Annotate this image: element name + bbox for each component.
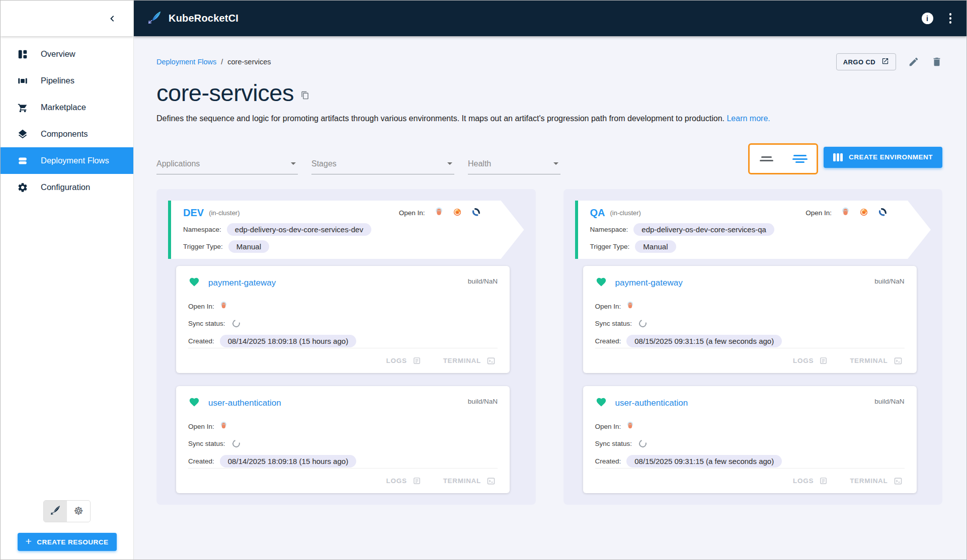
namespace-chip: edp-delivery-os-dev-core-services-dev bbox=[227, 223, 371, 236]
logs-button[interactable]: LOGS bbox=[386, 477, 421, 485]
logs-button[interactable]: LOGS bbox=[793, 477, 828, 485]
created-row: Created: 08/14/2025 18:09:18 (15 hours a… bbox=[188, 335, 498, 347]
sync-status-row: Sync status: bbox=[188, 318, 498, 328]
argocd-icon[interactable] bbox=[626, 301, 634, 312]
open-in-label: Open In: bbox=[188, 423, 214, 430]
sidebar-item-label: Marketplace bbox=[41, 103, 86, 112]
argocd-icon[interactable] bbox=[841, 207, 850, 219]
opensearch-icon[interactable] bbox=[471, 207, 481, 219]
page-title: core-services bbox=[156, 79, 294, 107]
environment-open-in: Open In: bbox=[399, 207, 481, 219]
page-description: Defines the sequence and logic for promo… bbox=[156, 114, 942, 123]
kuberocketci-mode-button[interactable] bbox=[44, 501, 67, 522]
kebab-menu-icon[interactable] bbox=[947, 11, 954, 26]
sidebar-item-label: Components bbox=[41, 129, 88, 139]
logs-label: LOGS bbox=[386, 357, 407, 364]
sidebar-item-deployment-flows[interactable]: Deployment Flows bbox=[1, 147, 133, 174]
terminal-button[interactable]: TERMINAL bbox=[443, 477, 496, 485]
kubernetes-icon: ☸ bbox=[73, 506, 84, 517]
grafana-icon[interactable] bbox=[859, 208, 868, 219]
logs-label: LOGS bbox=[386, 477, 407, 485]
stages-filter-label: Stages bbox=[311, 159, 337, 168]
learn-more-link[interactable]: Learn more. bbox=[727, 114, 770, 123]
applications-filter-select[interactable]: Applications bbox=[156, 159, 298, 174]
namespace-row: Namespace: edp-delivery-os-dev-core-serv… bbox=[183, 223, 481, 236]
breadcrumb-parent-link[interactable]: Deployment Flows bbox=[156, 58, 216, 66]
stages-filter-select[interactable]: Stages bbox=[311, 159, 454, 174]
grafana-icon[interactable] bbox=[453, 208, 462, 219]
pipelines-icon bbox=[17, 75, 29, 87]
application-name-link[interactable]: payment-gateway bbox=[615, 278, 683, 288]
brand: KubeRocketCI bbox=[147, 10, 238, 27]
create-resource-button[interactable]: + CREATE RESOURCE bbox=[18, 533, 117, 551]
terminal-button[interactable]: TERMINAL bbox=[850, 477, 902, 485]
ui-mode-toggle: ☸ bbox=[43, 500, 91, 522]
sync-status-label: Sync status: bbox=[188, 440, 225, 447]
created-chip: 08/14/2025 18:09:18 (15 hours ago) bbox=[220, 335, 356, 347]
sidebar-item-label: Pipelines bbox=[41, 76, 74, 85]
application-footer: LOGS TERMINAL bbox=[188, 468, 498, 493]
logs-button[interactable]: LOGS bbox=[386, 356, 421, 365]
chevron-down-icon bbox=[447, 162, 452, 165]
sidebar-item-pipelines[interactable]: Pipelines bbox=[1, 67, 133, 94]
cart-icon bbox=[17, 102, 29, 114]
health-heart-icon bbox=[595, 397, 607, 410]
trigger-type-label: Trigger Type: bbox=[590, 243, 630, 250]
sidebar-item-label: Overview bbox=[41, 49, 75, 59]
environment-header-card: DEV (in-cluster) Open In: Namespace: edp… bbox=[168, 201, 524, 259]
argocd-button[interactable]: ARGO CD bbox=[836, 53, 896, 70]
health-filter-label: Health bbox=[468, 159, 491, 168]
logs-label: LOGS bbox=[793, 477, 814, 485]
sidebar-item-marketplace[interactable]: Marketplace bbox=[1, 94, 133, 121]
trigger-type-chip: Manual bbox=[635, 240, 676, 253]
sidebar-item-configuration[interactable]: Configuration bbox=[1, 174, 133, 201]
application-name-link[interactable]: payment-gateway bbox=[208, 278, 276, 288]
environment-name-link[interactable]: DEV bbox=[183, 207, 204, 219]
logs-icon bbox=[819, 477, 828, 485]
sync-status-icon bbox=[637, 438, 648, 448]
delete-button[interactable] bbox=[931, 56, 942, 67]
namespace-chip: edp-delivery-os-dev-core-services-qa bbox=[633, 223, 774, 236]
edit-button[interactable] bbox=[908, 56, 919, 67]
info-icon[interactable]: i bbox=[922, 13, 933, 24]
terminal-button[interactable]: TERMINAL bbox=[443, 357, 496, 365]
opensearch-icon[interactable] bbox=[878, 207, 888, 219]
application-build: build/NaN bbox=[468, 397, 498, 405]
sidebar-nav: Overview Pipelines Marketplace Component… bbox=[1, 36, 133, 201]
health-heart-icon bbox=[595, 276, 607, 290]
created-label: Created: bbox=[188, 457, 214, 465]
deployment-flows-icon bbox=[17, 155, 29, 167]
logs-button[interactable]: LOGS bbox=[793, 356, 828, 365]
sync-status-row: Sync status: bbox=[188, 438, 498, 448]
argocd-button-label: ARGO CD bbox=[843, 58, 875, 66]
trigger-type-row: Trigger Type: Manual bbox=[183, 240, 481, 253]
trigger-type-chip: Manual bbox=[228, 240, 269, 253]
application-header: payment-gateway build/NaN bbox=[595, 276, 905, 290]
sidebar-item-components[interactable]: Components bbox=[1, 121, 133, 147]
detailed-view-button[interactable] bbox=[783, 145, 817, 173]
terminal-button[interactable]: TERMINAL bbox=[850, 357, 902, 365]
compact-view-button[interactable] bbox=[750, 145, 783, 173]
sidebar-item-overview[interactable]: Overview bbox=[1, 41, 133, 67]
environment-name-link[interactable]: QA bbox=[590, 207, 605, 219]
sidebar-collapse-icon[interactable] bbox=[107, 14, 117, 24]
sync-status-icon bbox=[231, 318, 241, 328]
trigger-type-row: Trigger Type: Manual bbox=[590, 240, 888, 253]
columns-icon bbox=[833, 153, 843, 161]
health-filter-select[interactable]: Health bbox=[468, 159, 560, 174]
detailed-view-icon bbox=[793, 155, 807, 156]
chevron-down-icon bbox=[553, 162, 558, 165]
created-label: Created: bbox=[595, 457, 621, 465]
argocd-icon[interactable] bbox=[435, 207, 443, 219]
create-environment-button[interactable]: CREATE ENVIRONMENT bbox=[824, 147, 942, 168]
argocd-icon[interactable] bbox=[220, 421, 227, 432]
filters: Applications Stages Health bbox=[156, 159, 560, 174]
kubernetes-mode-button[interactable]: ☸ bbox=[67, 501, 90, 522]
application-name-link[interactable]: user-authentication bbox=[615, 398, 688, 408]
applications-filter-label: Applications bbox=[156, 159, 200, 168]
application-name-link[interactable]: user-authentication bbox=[208, 398, 281, 408]
argocd-icon[interactable] bbox=[220, 301, 227, 312]
argocd-icon[interactable] bbox=[626, 421, 634, 432]
copy-icon[interactable] bbox=[301, 91, 309, 100]
created-row: Created: 08/14/2025 18:09:18 (15 hours a… bbox=[188, 455, 498, 468]
